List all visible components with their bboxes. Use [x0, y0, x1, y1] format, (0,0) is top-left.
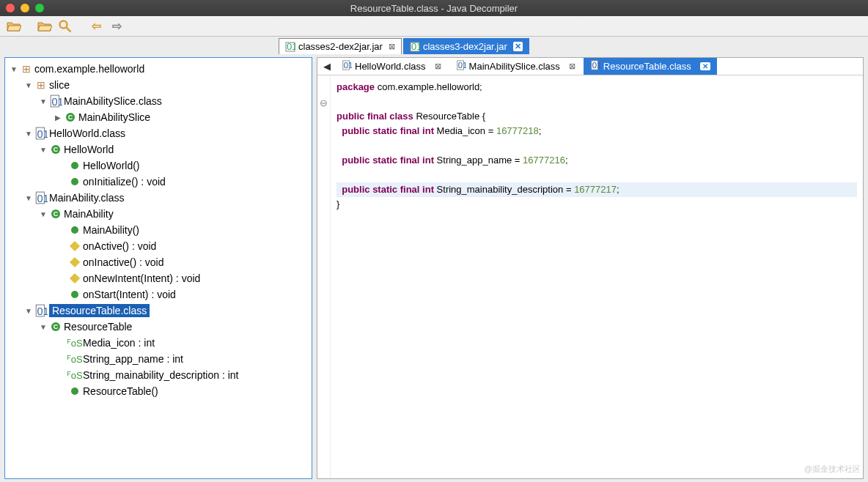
package-icon — [34, 79, 48, 91]
tree-class-file[interactable]: ▼010MainAbilitySlice.class — [7, 93, 310, 109]
svg-text:010: 010 — [37, 128, 48, 140]
code-line: public final class ResourceTable { — [336, 109, 857, 124]
tree-field[interactable]: FoSString_mainability_description : int — [7, 367, 310, 383]
tree-class[interactable]: ▼CHelloWorld — [7, 141, 310, 157]
tree-class-file[interactable]: ▼010HelloWorld.class — [7, 125, 310, 141]
disclosure-icon[interactable]: ▼ — [24, 194, 33, 202]
class-icon: C — [49, 145, 62, 154]
jar-tab-classes3[interactable]: 010 classes3-dex2jar.jar ✕ — [403, 38, 529, 54]
disclosure-icon[interactable]: ▼ — [24, 81, 33, 89]
tree-class[interactable]: ▼CResourceTable — [7, 319, 310, 335]
editor-tab-resourcetable[interactable]: 010 ResourceTable.class ✕ — [584, 58, 717, 75]
close-tab-icon[interactable]: ⊠ — [435, 62, 441, 71]
tree-class-file[interactable]: ▼010MainAbility.class — [7, 190, 310, 206]
search-button[interactable] — [57, 19, 73, 34]
method-icon — [68, 178, 81, 185]
editor-tab-mainabilityslice[interactable]: 010 MainAbilitySlice.class ⊠ — [449, 58, 582, 75]
code-line: public static final int Media_icon = 167… — [336, 124, 857, 138]
jar-tab-label: classes3-dex2jar.jar — [423, 41, 507, 52]
disclosure-icon[interactable]: ▼ — [10, 65, 18, 73]
tree-method[interactable]: ResourceTable() — [7, 383, 310, 399]
tree-method[interactable]: HelloWorld() — [7, 157, 310, 174]
code-line-highlighted: public static final int String_mainabili… — [336, 182, 857, 197]
editor-nav-back[interactable]: ◀ — [320, 61, 334, 72]
close-tab-icon[interactable]: ✕ — [700, 62, 710, 70]
class-icon: C — [49, 322, 62, 331]
close-tab-icon[interactable]: ⊠ — [569, 62, 575, 71]
svg-point-0 — [60, 21, 67, 28]
editor-tab-label: HelloWorld.class — [355, 61, 426, 72]
open-folder-icon — [7, 21, 21, 32]
window-title: ResourceTable.class - Java Decompiler — [0, 3, 868, 14]
toolbar: ⇦ ⇨ — [0, 16, 868, 37]
outline-tree[interactable]: ▼com.example.helloworld ▼slice ▼010MainA… — [4, 57, 312, 479]
editor-tabs: ◀ 010 HelloWorld.class ⊠ 010 MainAbility… — [317, 58, 863, 75]
code-line — [336, 168, 857, 182]
tree-package-root[interactable]: ▼com.example.helloworld — [7, 61, 310, 77]
tree-field[interactable]: FoSMedia_icon : int — [7, 335, 310, 351]
close-tab-icon[interactable]: ⊠ — [389, 42, 395, 51]
tree-method[interactable]: onStart(Intent) : void — [7, 286, 310, 303]
jar-tab-classes2[interactable]: 010 classes2-dex2jar.jar ⊠ — [279, 38, 402, 54]
method-icon — [68, 291, 81, 298]
disclosure-icon[interactable]: ▼ — [24, 130, 33, 138]
title-bar: ResourceTable.class - Java Decompiler — [0, 0, 868, 16]
tree-method[interactable]: onNewIntent(Intent) : void — [7, 270, 310, 286]
constructor-icon — [68, 226, 81, 234]
disclosure-icon[interactable]: ▼ — [39, 97, 48, 105]
class-file-icon: 010 — [342, 60, 352, 73]
tree-class[interactable]: ▼CMainAbility — [7, 206, 310, 222]
svg-text:010: 010 — [592, 61, 600, 70]
field-static-final-icon: FoS — [68, 370, 81, 381]
class-icon: C — [49, 210, 62, 218]
editor-panel: ◀ 010 HelloWorld.class ⊠ 010 MainAbility… — [317, 57, 864, 479]
disclosure-icon[interactable]: ▼ — [39, 210, 48, 218]
jar-icon: 010 — [410, 42, 420, 52]
tree-class-file-selected[interactable]: ▼010ResourceTable.class — [7, 303, 310, 319]
editor-tab-label: ResourceTable.class — [603, 61, 691, 72]
code-line: public static final int String_app_name … — [336, 153, 857, 168]
tree-method[interactable]: onInactive() : void — [7, 254, 310, 270]
method-protected-icon — [68, 275, 81, 282]
fold-gutter[interactable]: ⊖ — [317, 75, 331, 478]
code-line: } — [336, 197, 857, 212]
jar-icon: 010 — [285, 42, 295, 52]
package-icon — [20, 63, 33, 75]
class-file-icon: 010 — [49, 94, 62, 108]
class-file-icon: 010 — [34, 127, 48, 140]
svg-text:010: 010 — [51, 96, 62, 108]
class-file-icon: 010 — [34, 304, 48, 317]
nav-forward-button[interactable]: ⇨ — [108, 19, 125, 34]
open-file-button[interactable] — [6, 19, 22, 34]
tree-method[interactable]: onInitialize() : void — [7, 174, 310, 190]
search-icon — [58, 19, 73, 34]
open-type-button[interactable] — [37, 19, 53, 34]
disclosure-icon[interactable]: ▼ — [39, 323, 48, 331]
class-file-icon: 010 — [590, 60, 600, 73]
close-tab-icon[interactable]: ✕ — [513, 42, 523, 51]
editor-tab-helloworld[interactable]: 010 HelloWorld.class ⊠ — [335, 58, 448, 75]
disclosure-icon[interactable]: ▶ — [54, 114, 62, 122]
svg-text:010: 010 — [37, 305, 48, 317]
constructor-icon — [68, 388, 81, 395]
editor-tab-label: MainAbilitySlice.class — [469, 61, 560, 72]
nav-back-button[interactable]: ⇦ — [88, 19, 104, 34]
disclosure-icon[interactable]: ▼ — [24, 307, 33, 315]
code-content[interactable]: package com.example.helloworld; public f… — [331, 75, 863, 478]
tree-method[interactable]: onActive() : void — [7, 238, 310, 254]
code-area[interactable]: ⊖ package com.example.helloworld; public… — [317, 75, 863, 478]
fold-toggle-icon[interactable]: ⊖ — [317, 97, 330, 108]
arrow-left-icon: ⇦ — [92, 19, 101, 33]
tree-field[interactable]: FoSString_app_name : int — [7, 351, 310, 367]
svg-text:010: 010 — [287, 42, 295, 52]
method-protected-icon — [68, 242, 81, 250]
tree-method[interactable]: MainAbility() — [7, 222, 310, 238]
disclosure-icon[interactable]: ▼ — [39, 146, 48, 154]
tree-package-slice[interactable]: ▼slice — [7, 77, 310, 93]
class-file-icon: 010 — [456, 60, 466, 73]
arrow-right-icon: ⇨ — [112, 19, 122, 33]
code-line: package com.example.helloworld; — [336, 80, 857, 94]
tree-class[interactable]: ▶CMainAbilitySlice — [7, 109, 310, 125]
svg-text:010: 010 — [37, 193, 48, 204]
watermark: @掘金技术社区 — [804, 464, 861, 475]
